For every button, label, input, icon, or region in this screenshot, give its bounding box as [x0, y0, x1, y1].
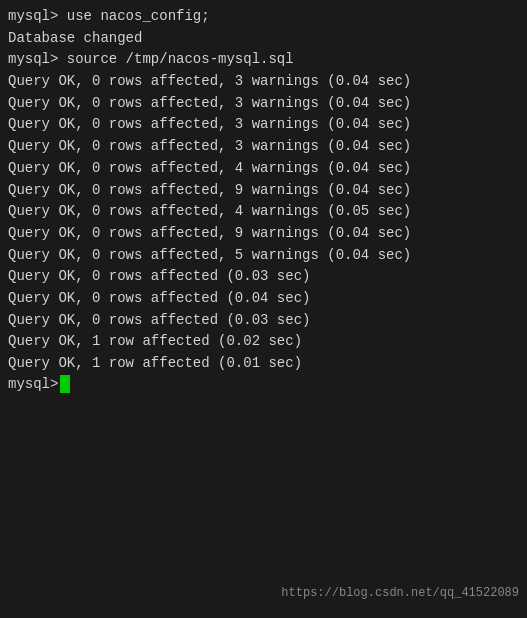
terminal-line: Database changed: [8, 28, 519, 50]
terminal-line: Query OK, 0 rows affected, 5 warnings (0…: [8, 245, 519, 267]
terminal-line: Query OK, 0 rows affected (0.03 sec): [8, 310, 519, 332]
terminal-line: Query OK, 0 rows affected, 4 warnings (0…: [8, 201, 519, 223]
terminal-line: Query OK, 0 rows affected, 3 warnings (0…: [8, 114, 519, 136]
prompt-text: mysql>: [8, 376, 58, 392]
terminal-line: mysql> source /tmp/nacos-mysql.sql: [8, 49, 519, 71]
terminal-window: mysql> use nacos_config;Database changed…: [0, 0, 527, 618]
terminal-line: Query OK, 0 rows affected, 4 warnings (0…: [8, 158, 519, 180]
terminal-line: Query OK, 0 rows affected, 3 warnings (0…: [8, 71, 519, 93]
terminal-line: Query OK, 0 rows affected, 3 warnings (0…: [8, 136, 519, 158]
terminal-line: Query OK, 0 rows affected, 9 warnings (0…: [8, 180, 519, 202]
terminal-line: Query OK, 0 rows affected (0.04 sec): [8, 288, 519, 310]
terminal-line: Query OK, 0 rows affected, 9 warnings (0…: [8, 223, 519, 245]
terminal-line: Query OK, 0 rows affected (0.03 sec): [8, 266, 519, 288]
terminal-line: Query OK, 1 row affected (0.01 sec): [8, 353, 519, 375]
terminal-line: mysql> use nacos_config;: [8, 6, 519, 28]
watermark: https://blog.csdn.net/qq_41522089: [281, 586, 519, 600]
terminal-line: Query OK, 1 row affected (0.02 sec): [8, 331, 519, 353]
prompt-cursor-line: mysql>: [8, 375, 519, 393]
cursor-block: [60, 375, 70, 393]
terminal-line: Query OK, 0 rows affected, 3 warnings (0…: [8, 93, 519, 115]
